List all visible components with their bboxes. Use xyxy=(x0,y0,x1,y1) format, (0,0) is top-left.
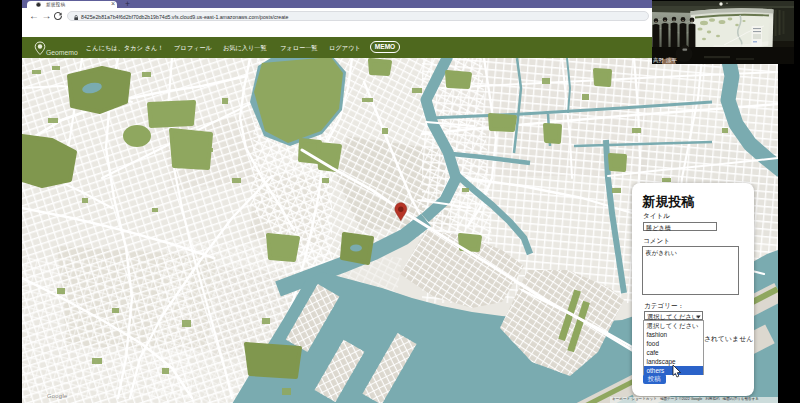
svg-text:Geomemo: Geomemo xyxy=(46,49,78,56)
